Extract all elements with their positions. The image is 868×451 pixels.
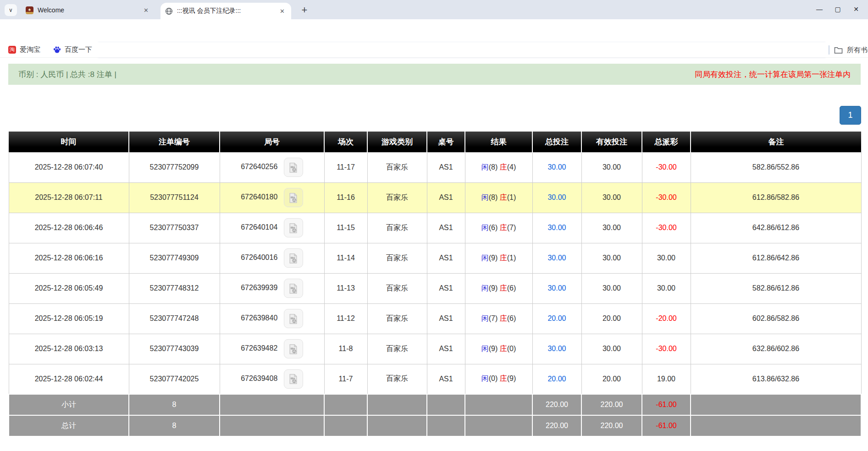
column-header: 注单编号 (129, 132, 220, 152)
cell-valid-bet: 30.00 (581, 273, 642, 303)
total-bet-link[interactable]: 30.00 (547, 254, 566, 262)
bookmarks-divider (829, 45, 829, 55)
result-player-label: 闲 (481, 193, 489, 201)
tab-close-icon[interactable]: ✕ (278, 7, 287, 16)
table-row[interactable]: 2025-12-28 06:02:44 523077742025 6726394… (9, 364, 861, 394)
result-player-score: (9) (489, 254, 498, 262)
round-id-text: 672639840 (241, 314, 277, 322)
bet-table-foot: 小计 8 220.00 220.00 -61.00 总计 8 220.00 22… (9, 394, 861, 436)
total-bet-link[interactable]: 30.00 (547, 345, 566, 352)
video-replay-icon (287, 253, 299, 264)
cell-valid-bet: 20.00 (581, 303, 642, 334)
tab-welcome[interactable]: Welcome ✕ (21, 3, 155, 17)
result-banker-label: 庄 (500, 193, 507, 201)
table-row[interactable]: 2025-12-28 06:07:40 523077752099 6726402… (9, 152, 861, 182)
table-row[interactable]: 2025-12-28 06:05:19 523077747248 6726398… (9, 303, 861, 334)
all-bookmarks-button[interactable]: 所有书签 (834, 46, 868, 55)
video-replay-button[interactable] (284, 309, 303, 328)
cell-result: 闲(0) 庄(9) (465, 364, 532, 394)
bookmark-aitaobao[interactable]: 淘 爱淘宝 (4, 45, 45, 54)
result-banker-score: (6) (507, 284, 516, 292)
cell-total-bet: 30.00 (532, 334, 581, 364)
welcome-tab-favicon-icon (26, 6, 33, 14)
result-banker-score: (1) (507, 193, 516, 201)
result-banker-score: (1) (507, 254, 516, 262)
table-row[interactable]: 2025-12-28 06:06:46 523077750337 6726401… (9, 213, 861, 243)
table-row[interactable]: 2025-12-28 06:03:13 523077743039 6726394… (9, 334, 861, 364)
cell-time: 2025-12-28 06:06:46 (9, 213, 129, 243)
taobao-icon: 淘 (8, 46, 16, 54)
cell-valid-bet: 30.00 (581, 213, 642, 243)
column-header: 总派彩 (642, 132, 691, 152)
pagination-page-1-button[interactable]: 1 (840, 106, 861, 125)
cell-session: 11-17 (324, 152, 367, 182)
result-banker-label: 庄 (500, 163, 507, 171)
video-replay-button[interactable] (284, 188, 303, 207)
cell-valid-bet: 20.00 (581, 364, 642, 394)
cell-total-bet: 20.00 (532, 303, 581, 334)
summary-empty (465, 394, 532, 415)
new-tab-button[interactable]: + (298, 4, 311, 16)
video-replay-button[interactable] (284, 279, 303, 298)
cell-bet-id: 523077750337 (129, 213, 220, 243)
result-banker-score: (4) (507, 163, 516, 171)
cell-total-bet: 30.00 (532, 243, 581, 273)
cell-round-id: 672640016 (220, 243, 324, 273)
table-row[interactable]: 2025-12-28 06:07:11 523077751124 6726401… (9, 182, 861, 213)
cell-session: 11-8 (324, 334, 367, 364)
result-player-score: (9) (489, 284, 498, 292)
bookmarks-right-group: 所有书签 (829, 42, 868, 58)
close-window-button[interactable]: ✕ (847, 0, 865, 18)
column-header: 有效投注 (581, 132, 642, 152)
result-banker-label: 庄 (500, 374, 507, 382)
minimize-button[interactable]: — (810, 0, 829, 18)
all-bookmarks-label: 所有书签 (847, 46, 868, 55)
total-bet-link[interactable]: 20.00 (547, 314, 566, 322)
summary-empty (691, 394, 861, 415)
video-replay-button[interactable] (284, 248, 303, 268)
result-player-score: (9) (489, 345, 498, 352)
summary-count: 8 (129, 394, 220, 415)
total-bet-link[interactable]: 30.00 (547, 163, 566, 171)
total-bet-link[interactable]: 30.00 (547, 193, 566, 201)
cell-total-bet: 30.00 (532, 152, 581, 182)
cell-remark: 602.86/582.86 (691, 303, 861, 334)
maximize-button[interactable]: ▢ (829, 0, 847, 18)
tab-search-button[interactable]: ∨ (5, 4, 17, 16)
table-row[interactable]: 2025-12-28 06:06:16 523077749309 6726400… (9, 243, 861, 273)
result-player-label: 闲 (481, 345, 489, 352)
cell-round-id: 672640180 (220, 182, 324, 213)
video-replay-button[interactable] (284, 339, 303, 358)
result-player-label: 闲 (481, 374, 489, 382)
bookmark-baidu[interactable]: 百度一下 (49, 45, 97, 54)
globe-icon (165, 7, 173, 15)
cell-time: 2025-12-28 06:03:13 (9, 334, 129, 364)
summary-empty (691, 415, 861, 436)
total-bet-link[interactable]: 20.00 (547, 375, 566, 383)
column-header: 备注 (691, 132, 861, 152)
total-bet-link[interactable]: 30.00 (547, 224, 566, 231)
total-bet-link[interactable]: 30.00 (547, 284, 566, 292)
cell-time: 2025-12-28 06:07:40 (9, 152, 129, 182)
cell-payout: -30.00 (642, 182, 691, 213)
tab-close-icon[interactable]: ✕ (142, 6, 150, 15)
table-row[interactable]: 2025-12-28 06:05:49 523077748312 6726399… (9, 273, 861, 303)
cell-result: 闲(9) 庄(1) (465, 243, 532, 273)
chevron-down-icon: ∨ (9, 7, 13, 13)
cell-game-type: 百家乐 (367, 213, 427, 243)
result-banker-score: (9) (507, 374, 516, 382)
header-row: 时间注单编号局号场次游戏类别桌号结果总投注有效投注总派彩备注 (9, 132, 861, 152)
cell-time: 2025-12-28 06:07:11 (9, 182, 129, 213)
cell-table-no: AS1 (427, 334, 465, 364)
video-replay-button[interactable] (284, 158, 303, 177)
folder-icon (834, 46, 843, 54)
video-replay-button[interactable] (284, 369, 303, 389)
cell-round-id: 672639840 (220, 303, 324, 334)
result-banker-score: (7) (507, 224, 516, 231)
tab-bet-record[interactable]: :::视讯 会员下注纪录::: ✕ (160, 3, 291, 19)
browser-toolbar: ← → ⟳ ⌂ videoie.com/ipl/portal.php/game/… (0, 19, 868, 42)
cell-result: 闲(8) 庄(1) (465, 182, 532, 213)
video-replay-button[interactable] (284, 218, 303, 237)
subtotal-row: 小计 8 220.00 220.00 -61.00 (9, 394, 861, 415)
summary-count: 8 (129, 415, 220, 436)
